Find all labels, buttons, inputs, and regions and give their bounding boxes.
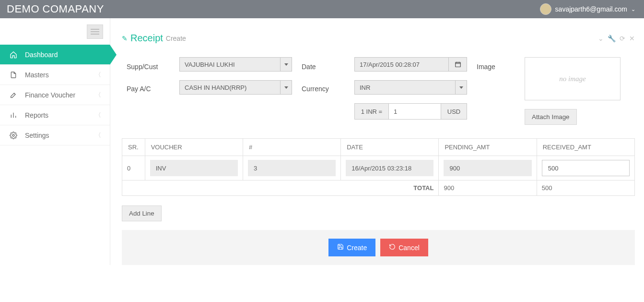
panel-tools: ⌄ 🔧 ⟳ ✕ xyxy=(598,35,635,42)
cell-hash: 3 xyxy=(248,160,336,176)
attach-image-button[interactable]: Attach Image xyxy=(525,109,577,125)
document-icon xyxy=(9,71,18,79)
chevron-right-icon: 〈 xyxy=(95,71,101,79)
chevron-right-icon: 〈 xyxy=(95,111,101,120)
chevron-down-icon xyxy=(280,58,292,71)
sidebar-item-label: Finance Voucher xyxy=(25,91,75,99)
date-value[interactable]: 17/Apr/2015 00:28:07 xyxy=(354,57,449,72)
calendar-icon[interactable] xyxy=(449,57,467,72)
pencil-icon: ✎ xyxy=(122,35,128,42)
sidebar-item-label: Masters xyxy=(25,71,49,79)
cancel-button-label: Cancel xyxy=(398,244,420,252)
table-row: 0 INV 3 16/Apr/2015 03:23:18 900 xyxy=(122,156,635,181)
cell-date: 16/Apr/2015 03:23:18 xyxy=(346,160,433,176)
pay-ac-label: Pay A/C xyxy=(127,82,151,93)
cell-received-input[interactable] xyxy=(542,160,630,176)
pay-ac-select[interactable]: CASH IN HAND(RRP) xyxy=(179,80,292,95)
sidebar: Dashboard Masters 〈 Finance Voucher 〈 Re… xyxy=(0,18,110,265)
cell-voucher: INV xyxy=(150,160,238,176)
top-bar: DEMO COMAPANY savajparth6@gmail.com ⌄ xyxy=(0,0,644,18)
sidebar-item-label: Reports xyxy=(25,111,48,119)
form: Supp/Cust Pay A/C VAJUBHAI LUKHI CASH IN… xyxy=(122,57,635,125)
page-title: Receipt xyxy=(130,33,163,44)
table-header-received: RECEIVED_AMT xyxy=(537,139,634,156)
supp-cust-value: VAJUBHAI LUKHI xyxy=(185,61,235,68)
no-image-placeholder: no image xyxy=(525,57,621,100)
currency-label: Currency xyxy=(302,82,329,93)
total-pending: 900 xyxy=(439,181,537,196)
table-header-pending: PENDING_AMT xyxy=(439,139,537,156)
pay-ac-value: CASH IN HAND(RRP) xyxy=(185,84,246,91)
bar-chart-icon xyxy=(9,111,18,119)
table-header-voucher: VOUCHER xyxy=(145,139,243,156)
rate-suffix: USD xyxy=(441,103,467,120)
image-label: Image xyxy=(477,60,495,71)
panel-header: ✎ Receipt Create ⌄ 🔧 ⟳ ✕ xyxy=(122,33,635,44)
table-total-row: TOTAL 900 500 xyxy=(122,181,635,196)
chevron-right-icon: 〈 xyxy=(95,131,101,140)
table-header-hash: # xyxy=(243,139,340,156)
home-icon xyxy=(9,51,18,59)
chevron-right-icon: 〈 xyxy=(95,91,101,99)
total-label: TOTAL xyxy=(122,181,439,196)
company-title: DEMO COMAPANY xyxy=(7,3,104,15)
sidebar-item-label: Dashboard xyxy=(25,51,58,59)
sidebar-item-dashboard[interactable]: Dashboard xyxy=(0,45,110,65)
chevron-down-icon xyxy=(280,81,292,94)
svg-point-0 xyxy=(12,134,14,136)
actions-bar: Create Cancel xyxy=(122,230,635,265)
save-icon xyxy=(337,243,344,252)
svg-rect-1 xyxy=(455,62,460,67)
create-button-label: Create xyxy=(347,244,367,252)
create-button[interactable]: Create xyxy=(328,239,375,256)
close-icon[interactable]: ✕ xyxy=(629,35,635,42)
page-subtitle: Create xyxy=(166,35,186,42)
collapse-icon[interactable]: ⌄ xyxy=(598,35,604,42)
date-label: Date xyxy=(302,60,316,71)
sidebar-item-masters[interactable]: Masters 〈 xyxy=(0,65,110,85)
sidebar-item-finance-voucher[interactable]: Finance Voucher 〈 xyxy=(0,85,110,105)
user-email: savajparth6@gmail.com xyxy=(555,5,627,13)
hamburger-button[interactable] xyxy=(87,24,103,39)
sidebar-item-settings[interactable]: Settings 〈 xyxy=(0,125,110,145)
currency-value: INR xyxy=(360,84,370,91)
user-menu[interactable]: savajparth6@gmail.com ⌄ xyxy=(540,3,635,15)
rate-prefix: 1 INR = xyxy=(354,103,389,120)
wrench-icon[interactable]: 🔧 xyxy=(608,35,616,42)
currency-select[interactable]: INR xyxy=(354,80,467,95)
edit-icon xyxy=(9,91,18,99)
cancel-button[interactable]: Cancel xyxy=(380,239,428,256)
refresh-icon[interactable]: ⟳ xyxy=(620,35,625,42)
sidebar-item-label: Settings xyxy=(25,132,49,139)
add-line-button[interactable]: Add Line xyxy=(122,205,162,221)
voucher-table: SR. VOUCHER # DATE PENDING_AMT RECEIVED_… xyxy=(122,138,635,196)
rate-group: 1 INR = USD xyxy=(354,103,467,120)
panel: ✎ Receipt Create ⌄ 🔧 ⟳ ✕ Supp/Cust Pay A… xyxy=(122,33,635,265)
gear-icon xyxy=(9,132,18,139)
cell-pending: 900 xyxy=(444,160,531,176)
cell-sr: 0 xyxy=(122,156,145,181)
table-header-date: DATE xyxy=(341,139,439,156)
date-input-group: 17/Apr/2015 00:28:07 xyxy=(354,57,467,72)
sidebar-item-reports[interactable]: Reports 〈 xyxy=(0,105,110,125)
supp-cust-label: Supp/Cust xyxy=(127,60,158,71)
main: ✎ Receipt Create ⌄ 🔧 ⟳ ✕ Supp/Cust Pay A… xyxy=(110,18,644,265)
supp-cust-select[interactable]: VAJUBHAI LUKHI xyxy=(179,57,292,72)
avatar xyxy=(540,3,551,15)
chevron-down-icon xyxy=(455,81,467,94)
sidebar-header xyxy=(0,18,110,45)
chevron-down-icon: ⌄ xyxy=(631,6,635,12)
rate-input[interactable] xyxy=(389,103,441,120)
table-header-sr: SR. xyxy=(122,139,145,156)
undo-icon xyxy=(389,243,396,252)
total-received: 500 xyxy=(537,181,634,196)
